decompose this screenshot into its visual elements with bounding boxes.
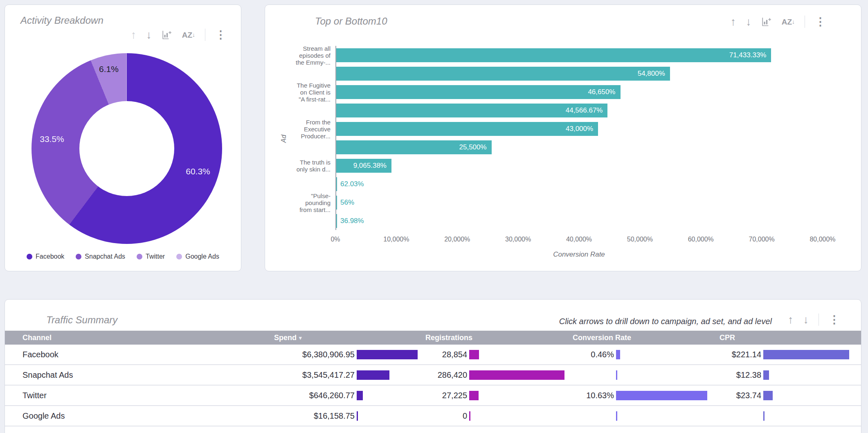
cell-conversion-rate <box>569 411 716 421</box>
drill-hint-text: Click arrows to drill down to campaign, … <box>559 317 772 326</box>
bar[interactable] <box>336 177 337 191</box>
legend-label: Twitter <box>146 253 165 260</box>
bar[interactable]: 25,500% <box>336 140 492 154</box>
bar[interactable]: 71,433.33% <box>336 48 771 62</box>
drill-up-icon[interactable]: ↑ <box>731 16 736 27</box>
x-tick-label: 40,000% <box>566 236 592 243</box>
bar-row: Stream allepisodes ofthe Emmy-... 71,433… <box>336 46 823 64</box>
spend-bar <box>357 370 389 380</box>
bar-value-label: 9,065.38% <box>353 162 391 170</box>
bar-value-label: 62.03% <box>340 180 364 188</box>
bar[interactable] <box>336 196 337 210</box>
registrations-bar <box>469 391 479 400</box>
bar-row: 62.03% <box>336 175 823 193</box>
bar-row: The truth isonly skin d... 9,065.38% <box>336 156 823 175</box>
cell-conversion-rate <box>569 370 716 380</box>
drill-down-icon[interactable]: ↓ <box>146 29 152 41</box>
legend-item[interactable]: Snapchat Ads <box>76 253 125 260</box>
donut-chart-wrap: 60.3% 33.5% 6.1% <box>31 53 222 244</box>
table-row[interactable]: Facebook $6,380,906.95 28,854 0.46% $221… <box>5 345 861 365</box>
cell-cpr: $12.38 <box>716 370 862 380</box>
bar-value-label: 46,650% <box>588 88 620 96</box>
slice-label-twitter: 6.1% <box>99 64 119 74</box>
drill-up-icon[interactable]: ↑ <box>131 29 137 41</box>
top-or-bottom-card: Top or Bottom10 ↑ ↓ AZ↓ ⋮ Ad Stream alle… <box>265 5 861 271</box>
x-tick-label: 70,000% <box>749 236 775 243</box>
bar-row: 25,500% <box>336 138 823 156</box>
cell-channel: Snapchat Ads <box>5 370 271 380</box>
column-header-cpr[interactable]: CPR <box>716 334 862 342</box>
cell-channel: Google Ads <box>5 411 271 421</box>
bar[interactable]: 43,000% <box>336 122 598 136</box>
legend-item[interactable]: Facebook <box>27 253 64 260</box>
table-row[interactable]: Snapchat Ads $3,545,417.27 286,420 $12.3… <box>5 365 861 386</box>
cpr-bar <box>763 391 773 400</box>
conversion-rate-bar <box>616 370 617 380</box>
bar-value-label: 36.98% <box>340 217 364 225</box>
x-tick-label: 30,000% <box>505 236 531 243</box>
bar-value-label: 56% <box>340 198 354 207</box>
cell-channel: Twitter <box>5 391 271 400</box>
x-tick-label: 20,000% <box>444 236 470 243</box>
column-header-conversion-rate[interactable]: Conversion Rate <box>569 334 716 342</box>
column-header-channel[interactable]: Channel <box>5 334 271 342</box>
kebab-menu-icon[interactable]: ⋮ <box>829 314 840 325</box>
table-header: Channel Spend▾ Registrations Conversion … <box>5 331 861 345</box>
cell-channel: Facebook <box>5 350 271 359</box>
legend-dot-icon <box>27 254 32 259</box>
bar[interactable]: 44,566.67% <box>336 104 607 117</box>
cell-conversion-rate: 10.63% <box>569 391 716 400</box>
drill-down-icon[interactable]: ↓ <box>803 314 809 325</box>
bar-category-label: From theExecutiveProducer... <box>267 118 331 139</box>
bar-row: 36.98% <box>336 212 823 230</box>
toolbar-divider <box>819 313 819 326</box>
bar[interactable]: 9,065.38% <box>336 159 391 173</box>
activity-breakdown-card: Activity Breakdown ↑ ↓ AZ↓ ⋮ 60.3% 33.5%… <box>4 5 241 271</box>
cpr-bar <box>763 370 769 380</box>
sort-az-icon[interactable]: AZ↓ <box>782 18 795 26</box>
sort-az-icon[interactable]: AZ↓ <box>182 31 195 39</box>
legend-dot-icon <box>76 254 81 259</box>
cell-spend: $646,260.77 <box>271 391 422 400</box>
bar[interactable]: 54,800% <box>336 67 670 81</box>
toolbar-divider <box>805 16 805 28</box>
drill-down-icon[interactable]: ↓ <box>746 16 751 27</box>
kebab-menu-icon[interactable]: ⋮ <box>815 16 826 27</box>
cell-cpr <box>716 411 862 421</box>
bar[interactable]: 46,650% <box>336 85 621 99</box>
x-tick-label: 50,000% <box>627 236 653 243</box>
column-header-registrations[interactable]: Registrations <box>422 334 569 342</box>
legend-label: Google Ads <box>185 253 219 260</box>
slice-label-snapchat: 33.5% <box>40 134 64 144</box>
donut-hole <box>79 101 174 196</box>
drill-up-icon[interactable]: ↑ <box>788 314 794 325</box>
legend-dot-icon <box>137 254 142 259</box>
bar-row: "Pulse-poundingfrom start... 56% <box>336 193 823 212</box>
legend-item[interactable]: Google Ads <box>176 253 219 260</box>
cell-registrations: 0 <box>422 411 569 421</box>
bar-value-label: 43,000% <box>566 125 598 133</box>
table-row[interactable]: Google Ads $16,158.75 0 <box>5 406 861 426</box>
cell-conversion-rate: 0.46% <box>569 350 716 359</box>
bar-category-label: "Pulse-poundingfrom start... <box>267 192 331 213</box>
table-row[interactable]: Twitter $646,260.77 27,225 10.63% $23.74 <box>5 386 861 406</box>
kebab-menu-icon[interactable]: ⋮ <box>215 29 226 41</box>
conversion-rate-bar <box>616 391 707 400</box>
registrations-bar <box>469 350 479 359</box>
bar-category-label: The truth isonly skin d... <box>267 159 331 173</box>
legend-item[interactable]: Twitter <box>137 253 165 260</box>
column-header-spend[interactable]: Spend▾ <box>271 334 422 342</box>
bar-row: 54,800% <box>336 64 823 83</box>
cell-spend: $3,545,417.27 <box>271 370 422 380</box>
spend-bar <box>357 391 363 400</box>
bar[interactable] <box>336 214 337 228</box>
registrations-bar <box>469 370 564 380</box>
bar-value-label: 25,500% <box>459 143 492 151</box>
bar-value-label: 54,800% <box>638 70 670 78</box>
chart-options-icon[interactable] <box>162 29 172 40</box>
card-title: Traffic Summary <box>46 314 117 326</box>
x-tick-label: 0% <box>331 236 340 243</box>
chart-options-icon[interactable] <box>761 16 772 27</box>
x-tick-label: 80,000% <box>810 236 835 243</box>
card-toolbar: ↑ ↓ AZ↓ ⋮ <box>131 29 226 41</box>
